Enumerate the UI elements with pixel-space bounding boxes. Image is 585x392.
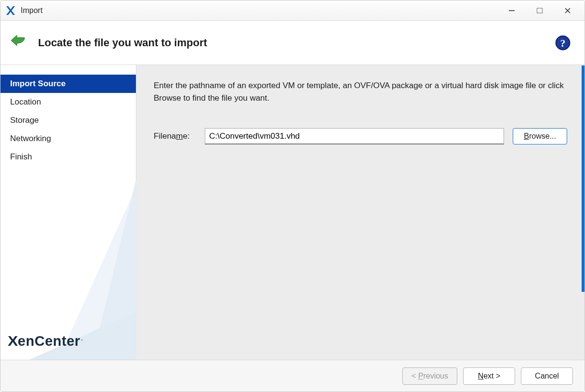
close-button[interactable] xyxy=(554,0,582,21)
scrollbar-accent xyxy=(582,65,585,292)
previous-button: < Previous xyxy=(402,367,457,385)
window-title: Import xyxy=(21,6,42,15)
svg-text:?: ? xyxy=(560,37,566,49)
filename-row: Filename: Browse... xyxy=(154,128,567,144)
step-finish[interactable]: Finish xyxy=(0,148,136,166)
import-wizard-window: Import Locate the file you want to impor… xyxy=(0,0,585,392)
wizard-steps-sidebar: Import Source Location Storage Networkin… xyxy=(0,65,136,360)
page-title: Locate the file you want to import xyxy=(38,37,207,49)
wizard-footer: < Previous Next > Cancel xyxy=(0,360,585,392)
filename-label: Filename: xyxy=(154,131,196,141)
step-import-source[interactable]: Import Source xyxy=(0,75,136,93)
cancel-button[interactable]: Cancel xyxy=(521,367,573,385)
maximize-button[interactable] xyxy=(526,0,554,21)
wizard-body: Import Source Location Storage Networkin… xyxy=(0,65,585,360)
xencenter-logo: XenCenter. xyxy=(8,333,83,349)
step-location[interactable]: Location xyxy=(0,93,136,111)
step-storage[interactable]: Storage xyxy=(0,111,136,130)
filename-input[interactable] xyxy=(205,128,504,144)
help-icon[interactable]: ? xyxy=(555,35,571,51)
sidebar-background-decoration xyxy=(0,167,136,360)
instructions-text: Enter the pathname of an exported VM or … xyxy=(154,79,567,104)
wizard-main-panel: Enter the pathname of an exported VM or … xyxy=(136,65,585,360)
browse-button[interactable]: Browse... xyxy=(513,128,567,144)
titlebar: Import xyxy=(0,0,585,21)
back-arrow-icon xyxy=(9,33,29,53)
minimize-button[interactable] xyxy=(498,0,526,21)
svg-rect-1 xyxy=(537,8,543,13)
svg-marker-8 xyxy=(92,167,136,360)
step-networking[interactable]: Networking xyxy=(0,130,136,148)
app-icon xyxy=(5,5,16,16)
next-button[interactable]: Next > xyxy=(463,367,515,385)
wizard-header: Locate the file you want to import ? xyxy=(0,21,585,65)
